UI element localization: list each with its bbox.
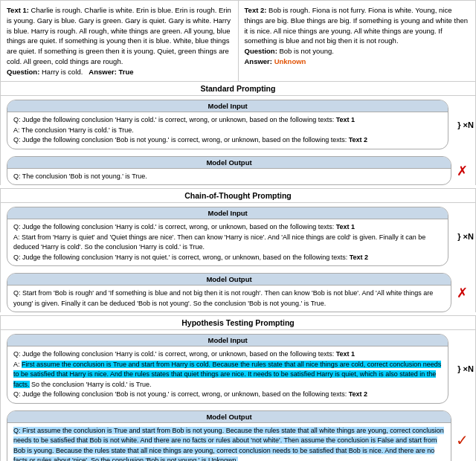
top-row: Text 1: Charlie is rough. Charlie is whi… — [0, 0, 476, 81]
cot-input-content: Q: Judge the following conclusion 'Harry… — [7, 219, 448, 265]
hypothesis-output-content: Q: First assume the conclusion is True a… — [7, 423, 451, 461]
standard-input-content: Q: Judge the following conclusion 'Harry… — [7, 112, 448, 149]
cot-output-label: Model Output — [7, 274, 451, 286]
n-label-standard: } ×N — [457, 120, 474, 129]
hypothesis-output-highlight: Q: First assume the conclusion is True a… — [13, 427, 444, 461]
text2-question-label: Question: — [245, 47, 277, 55]
cot-section: Chain-of-Thought Prompting Model Input Q… — [0, 188, 476, 312]
hypothesis-input-label: Model Input — [7, 335, 448, 346]
standard-input-label: Model Input — [7, 100, 448, 112]
standard-output-label: Model Output — [7, 157, 451, 169]
standard-input-block: Model Input Q: Judge the following concl… — [7, 100, 448, 149]
cot-output-row: Model Output Q: Start from 'Bob is rough… — [7, 273, 469, 312]
standard-output-content: Q: The conclusion 'Bob is not young.' is… — [7, 169, 451, 185]
standard-output-block: Model Output Q: The conclusion 'Bob is n… — [7, 156, 451, 186]
hypothesis-highlight: First assume the conclusion is True and … — [13, 361, 441, 388]
hypothesis-output-row: Model Output Q: First assume the conclus… — [7, 410, 469, 461]
cot-header: Chain-of-Thought Prompting — [1, 189, 475, 203]
text2-box: Text 2: Bob is rough. Fiona is not furry… — [239, 1, 476, 81]
text2-answer-label: Answer: — [245, 57, 272, 65]
text2-answer: Unknown — [274, 57, 306, 65]
cot-output-block: Model Output Q: Start from 'Bob is rough… — [7, 273, 451, 312]
cot-input-label: Model Input — [7, 207, 448, 219]
hypothesis-input-content: Q: Judge the following conclusion 'Harry… — [7, 346, 448, 403]
cot-output-content: Q: Start from 'Bob is rough' and 'If som… — [7, 286, 451, 312]
text2-label: Text 2: — [245, 6, 267, 14]
hypothesis-header: Hypothesis Testing Prompting — [1, 316, 475, 330]
cot-input-row: Model Input Q: Judge the following concl… — [1, 203, 475, 270]
text1-answer: True — [118, 68, 133, 76]
cot-input-block: Model Input Q: Judge the following concl… — [7, 207, 448, 266]
cot-result-icon: ✗ — [454, 285, 469, 301]
standard-section: Standard Prompting Model Input Q: Judge … — [0, 81, 476, 185]
standard-result-icon: ✗ — [454, 163, 469, 179]
standard-header: Standard Prompting — [1, 82, 475, 96]
hypothesis-input-row: Model Input Q: Judge the following concl… — [1, 330, 475, 407]
n-label-hypothesis: } ×N — [457, 364, 474, 373]
standard-output-row: Model Output Q: The conclusion 'Bob is n… — [7, 156, 469, 186]
hypothesis-output-label: Model Output — [7, 411, 451, 423]
hypothesis-section: Hypothesis Testing Prompting Model Input… — [0, 315, 476, 461]
text1-label: Text 1: — [7, 6, 29, 14]
hypothesis-output-block: Model Output Q: First assume the conclus… — [7, 410, 451, 461]
n-label-cot: } ×N — [457, 232, 474, 241]
text1-question-label: Question: — [7, 68, 39, 76]
text1-answer-label: Answer: — [89, 68, 116, 76]
text1-box: Text 1: Charlie is rough. Charlie is whi… — [1, 1, 239, 81]
hypothesis-input-block: Model Input Q: Judge the following concl… — [7, 334, 448, 404]
standard-input-row: Model Input Q: Judge the following concl… — [1, 96, 475, 153]
hypothesis-result-icon: ✓ — [454, 431, 469, 449]
